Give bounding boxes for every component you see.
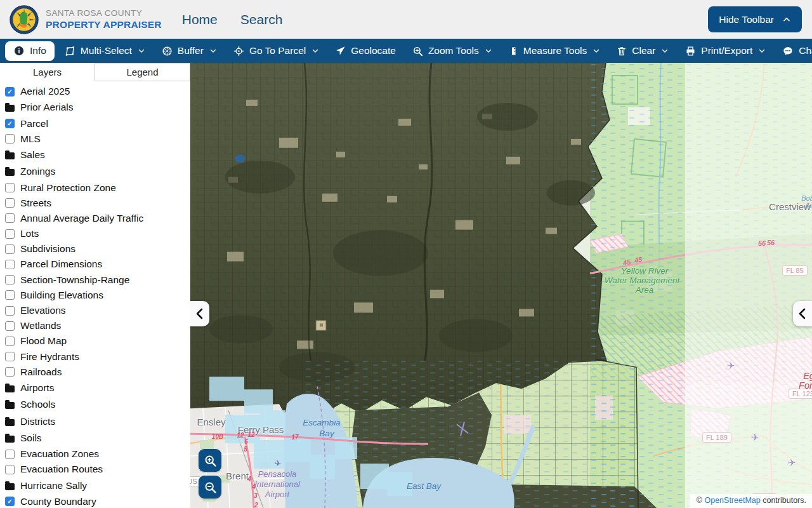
layer-item-elevations[interactable]: Elevations: [5, 303, 190, 318]
layer-checkbox[interactable]: [5, 275, 15, 284]
layer-item-flood-map[interactable]: Flood Map: [5, 333, 190, 349]
map-toolbar: InfoMulti-SelectBufferGo To ParcelGeoloc…: [0, 39, 812, 63]
app-header: SANTA ROSA COUNTY PROPERTY APPRAISER Hom…: [0, 0, 812, 39]
layer-item-districts[interactable]: Districts: [5, 413, 190, 429]
toolbar-buffer-button[interactable]: Buffer: [154, 39, 225, 63]
layer-item-subdivisions[interactable]: Subdivisions: [5, 241, 190, 257]
collapse-left-panel-button[interactable]: [190, 301, 209, 326]
folder-icon[interactable]: [5, 436, 15, 443]
folder-icon[interactable]: [5, 385, 15, 392]
county-seal-logo: [10, 5, 39, 34]
attribution-prefix: ©: [697, 496, 705, 505]
layer-checkbox[interactable]: [5, 213, 15, 223]
layer-item-soils[interactable]: Soils: [5, 430, 190, 446]
attribution-suffix: contributors.: [761, 496, 806, 505]
zoom-out-button[interactable]: [199, 476, 221, 498]
layer-checkbox[interactable]: [5, 352, 15, 361]
folder-icon[interactable]: [5, 419, 15, 426]
layer-item-airports[interactable]: Airports: [5, 380, 190, 396]
layer-item-evacuation-zones[interactable]: Evacuation Zones: [5, 446, 190, 462]
layer-checkbox[interactable]: [5, 337, 15, 346]
layer-item-streets[interactable]: Streets: [5, 196, 190, 211]
toolbar-geolocate-button[interactable]: Geolocate: [327, 39, 404, 63]
toolbar-chat-button[interactable]: Chat: [774, 39, 812, 63]
layer-checkbox[interactable]: ✓: [5, 119, 15, 128]
layer-checkbox[interactable]: [5, 183, 15, 192]
layer-label: Hurricane Sally: [20, 480, 87, 491]
zoom-tools-icon: [412, 46, 423, 57]
layer-checkbox[interactable]: [5, 229, 15, 239]
layer-item-mls[interactable]: MLS: [5, 131, 190, 147]
chevron-down-icon: [593, 47, 600, 55]
layer-label: Rural Protection Zone: [20, 182, 116, 194]
hide-toolbar-button[interactable]: Hide Toolbar: [708, 6, 802, 32]
layer-checkbox[interactable]: [5, 450, 15, 459]
layer-item-section-township-range[interactable]: Section-Township-Range: [5, 272, 190, 288]
layer-item-lots[interactable]: Lots: [5, 226, 190, 241]
expand-right-panel-button[interactable]: [793, 301, 812, 326]
folder-icon[interactable]: [5, 483, 15, 490]
layer-checkbox[interactable]: [5, 465, 15, 474]
layer-label: Elevations: [20, 305, 66, 316]
layer-label: Wetlands: [20, 320, 61, 331]
layer-label: Streets: [20, 197, 51, 209]
layer-item-evacuation-routes[interactable]: Evacuation Routes: [5, 462, 190, 477]
layer-checkbox[interactable]: [5, 290, 15, 300]
toolbar-clear-button[interactable]: Clear: [608, 39, 677, 63]
layer-label: Prior Aerials: [20, 102, 74, 113]
nav-home[interactable]: Home: [182, 12, 218, 27]
layer-item-railroads[interactable]: Railroads: [5, 364, 190, 380]
toolbar-label: Geolocate: [351, 45, 396, 57]
layer-label: Sales: [20, 149, 45, 161]
layer-item-sales[interactable]: Sales: [5, 147, 190, 163]
layer-checkbox[interactable]: ✓: [5, 497, 15, 506]
toolbar-measure-tools-button[interactable]: Measure Tools: [501, 39, 609, 63]
zoom-in-button[interactable]: [199, 449, 221, 472]
layer-checkbox[interactable]: [5, 367, 15, 377]
layer-item-fire-hydrants[interactable]: Fire Hydrants: [5, 349, 190, 364]
toolbar-multi-select-button[interactable]: Multi-Select: [56, 39, 154, 63]
layer-label: Soils: [20, 432, 42, 444]
toolbar-zoom-tools-button[interactable]: Zoom Tools: [404, 39, 501, 63]
layer-item-zonings[interactable]: Zonings: [5, 163, 190, 180]
layer-item-aerial-2025[interactable]: ✓Aerial 2025: [5, 84, 190, 99]
map-canvas[interactable]: CrestviewBobAir45455656FL 85Yellow River…: [190, 63, 812, 508]
openstreetmap-link[interactable]: OpenStreetMap: [704, 496, 760, 505]
layer-item-rural-protection-zone[interactable]: Rural Protection Zone: [5, 180, 190, 195]
layer-item-county-boundary[interactable]: ✓County Boundary: [5, 494, 190, 508]
tab-layers[interactable]: Layers: [0, 63, 95, 81]
chevron-down-icon: [661, 47, 669, 55]
layer-checkbox[interactable]: [5, 260, 15, 269]
layer-item-annual-average-daily-traffic[interactable]: Annual Average Daily Traffic: [5, 211, 190, 226]
toolbar-label: Print/Export: [701, 45, 752, 57]
toolbar-label: Chat: [799, 45, 812, 57]
layer-item-wetlands[interactable]: Wetlands: [5, 318, 190, 333]
layer-checkbox[interactable]: [5, 321, 15, 331]
layer-label: Evacuation Zones: [20, 448, 99, 460]
layer-label: Annual Average Daily Traffic: [20, 213, 143, 224]
tab-legend[interactable]: Legend: [95, 63, 190, 81]
folder-icon[interactable]: [5, 152, 15, 159]
layer-item-parcel[interactable]: ✓Parcel: [5, 116, 190, 131]
layer-checkbox[interactable]: [5, 134, 15, 144]
folder-icon[interactable]: [5, 105, 15, 112]
chevron-up-icon: [782, 15, 791, 24]
layer-item-hurricane-sally[interactable]: Hurricane Sally: [5, 477, 190, 493]
layer-item-schools[interactable]: Schools: [5, 396, 190, 413]
folder-icon[interactable]: [5, 169, 15, 176]
toolbar-label: Clear: [632, 45, 655, 57]
layer-checkbox[interactable]: [5, 306, 15, 316]
chevron-left-icon: [195, 307, 205, 320]
toolbar-print-export-button[interactable]: Print/Export: [677, 39, 774, 63]
layer-checkbox[interactable]: ✓: [5, 87, 15, 97]
chevron-down-icon: [209, 47, 217, 55]
layer-item-parcel-dimensions[interactable]: Parcel Dimensions: [5, 257, 190, 272]
folder-icon[interactable]: [5, 402, 15, 409]
nav-search[interactable]: Search: [240, 12, 283, 27]
layer-checkbox[interactable]: [5, 198, 15, 208]
toolbar-info-button[interactable]: Info: [5, 41, 55, 61]
layer-item-prior-aerials[interactable]: Prior Aerials: [5, 99, 190, 116]
layer-checkbox[interactable]: [5, 244, 15, 254]
layer-item-building-elevations[interactable]: Building Elevations: [5, 288, 190, 303]
toolbar-go-to-parcel-button[interactable]: Go To Parcel: [225, 39, 327, 63]
